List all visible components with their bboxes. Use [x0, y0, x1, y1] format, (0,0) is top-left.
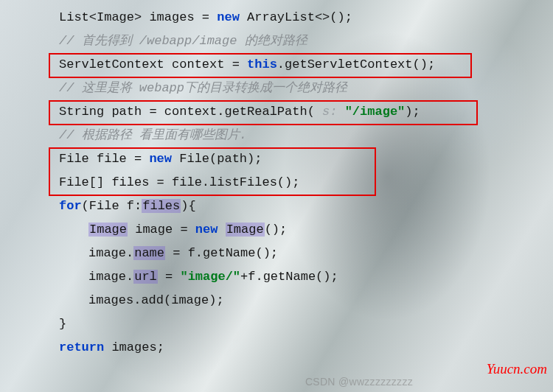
code-comment: // 根据路径 看里面有哪些图片. [0, 124, 553, 147]
code-line: File[] files = file.listFiles(); [0, 171, 553, 195]
code-line: images.add(image); [0, 289, 553, 312]
watermark-yuucn: Yuucn.com [487, 361, 547, 377]
code-line: Image image = new Image(); [0, 218, 553, 242]
code-line: image.url = "image/"+f.getName(); [0, 265, 553, 289]
code-line: File file = new File(path); [0, 147, 553, 171]
watermark-csdn: CSDN @wwzzzzzzzzz [305, 376, 413, 388]
code-block: List<Image> images = new ArrayList<>(); … [0, 0, 553, 360]
code-line: for(File f:files){ [0, 195, 553, 218]
code-line: image.name = f.getName(); [0, 242, 553, 265]
code-line: } [0, 312, 553, 336]
code-line: List<Image> images = new ArrayList<>(); [0, 6, 553, 29]
code-line: return images; [0, 336, 553, 360]
code-line: String path = context.getRealPath( s: "/… [0, 100, 553, 124]
code-comment: // 这里是将 webapp下的目录转换成一个绝对路径 [0, 77, 553, 100]
code-line: ServletContext context = this.getServlet… [0, 53, 553, 77]
code-comment: // 首先得到 /webapp/image 的绝对路径 [0, 29, 553, 53]
